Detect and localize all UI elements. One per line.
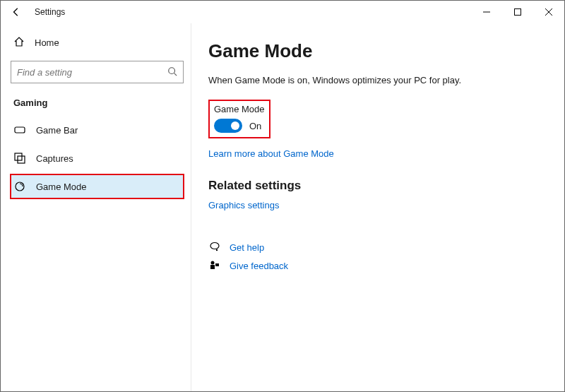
feedback-icon [208,260,221,271]
page-title: Game Mode [208,40,547,62]
search-box[interactable] [11,61,184,83]
svg-point-10 [210,243,219,249]
content-pane: Game Mode When Game Mode is on, Windows … [191,23,564,391]
game-mode-icon [13,181,26,192]
get-help-link[interactable]: Get help [230,242,264,253]
titlebar: Settings [1,1,564,23]
get-help-icon [208,242,221,253]
sidebar: Home Gaming Game Bar Captures [1,23,191,391]
category-label: Gaming [11,95,184,114]
svg-line-5 [174,73,177,76]
sidebar-item-captures[interactable]: Captures [11,146,184,170]
arrow-left-icon [11,7,21,17]
svg-rect-1 [515,9,521,16]
sidebar-item-game-bar[interactable]: Game Bar [11,118,184,142]
game-mode-toggle-group: Game Mode On [208,100,270,138]
toggle-knob [231,121,239,130]
svg-point-12 [211,261,215,265]
close-button[interactable] [533,1,564,23]
graphics-settings-link[interactable]: Graphics settings [208,200,279,210]
svg-point-11 [216,249,218,251]
svg-rect-8 [18,156,25,163]
game-bar-icon [13,124,26,136]
sidebar-item-label: Game Mode [36,182,87,192]
app-title: Settings [35,7,65,17]
game-mode-toggle[interactable] [214,119,242,133]
minimize-button[interactable] [471,1,502,23]
back-button[interactable] [4,1,29,23]
search-icon [167,66,177,78]
svg-rect-13 [210,265,215,269]
maximize-button[interactable] [502,1,533,23]
svg-rect-7 [15,153,22,160]
home-icon [13,36,25,49]
close-icon [545,8,552,16]
svg-rect-6 [15,127,25,133]
home-button[interactable]: Home [11,30,184,55]
svg-rect-14 [215,263,219,266]
home-label: Home [35,37,59,48]
learn-more-link[interactable]: Learn more about Game Mode [208,148,334,159]
captures-icon [13,153,26,164]
maximize-icon [514,8,521,16]
toggle-label: Game Mode [214,104,265,114]
page-description: When Game Mode is on, Windows optimizes … [208,75,547,85]
toggle-state: On [249,121,261,131]
give-feedback-link[interactable]: Give feedback [230,261,288,271]
sidebar-item-label: Game Bar [36,125,78,136]
sidebar-item-label: Captures [36,153,73,164]
search-input[interactable] [17,67,167,78]
svg-point-4 [169,67,175,73]
related-settings-header: Related settings [208,179,547,193]
minimize-icon [483,8,490,16]
sidebar-item-game-mode[interactable]: Game Mode [11,174,184,198]
